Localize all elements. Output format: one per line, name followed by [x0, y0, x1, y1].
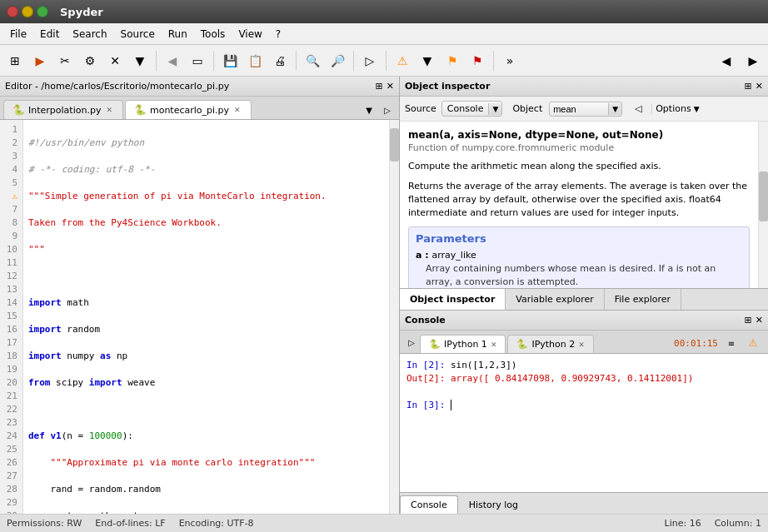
console-dropdown-label: Console [442, 102, 489, 116]
tab-montecarlo-close[interactable]: ✕ [232, 105, 242, 115]
fwd-icon[interactable]: ▶ [741, 49, 765, 72]
console-input-3 [451, 400, 457, 410]
settings-icon[interactable]: ⚙ [78, 49, 102, 72]
ipython2-close[interactable]: ✕ [578, 341, 585, 349]
console-content[interactable]: In [2]: sin([1,2,3]) Out[2]: array([ 0.8… [400, 354, 768, 492]
console-tab-ipython2[interactable]: 🐍 IPython 2 ✕ [507, 335, 593, 353]
close-console-icon[interactable]: ✕ [756, 315, 763, 326]
menu-search[interactable]: Search [66, 27, 113, 42]
console-dropdown[interactable]: Console ▼ [441, 101, 503, 117]
binoculars-icon[interactable]: 🔍 [301, 49, 324, 72]
console-tab-right: 00:01:15 ≡ ⚠ [674, 335, 765, 353]
menu-run[interactable]: Run [162, 27, 194, 42]
toolbar-sep-3 [296, 51, 297, 71]
play-icon[interactable]: ▷ [358, 49, 382, 72]
bottom-tab-console[interactable]: Console [400, 495, 458, 514]
cut-icon[interactable]: ✂ [53, 49, 77, 72]
error-flag2-icon[interactable]: ⚑ [466, 49, 489, 72]
close-button[interactable] [7, 6, 18, 17]
bottom-tab-history[interactable]: History log [458, 495, 529, 514]
console-panel: Console ⊞ ✕ ▷ 🐍 IPython 1 ✕ 🐍 IPython 2 … [400, 311, 768, 514]
console-tabs-bar: ▷ 🐍 IPython 1 ✕ 🐍 IPython 2 ✕ 00:01:15 ≡… [400, 331, 768, 354]
console-menu-icon[interactable]: ≡ [723, 335, 740, 351]
menu-source[interactable]: Source [114, 27, 162, 42]
save-icon[interactable]: 💾 [218, 49, 242, 72]
menu-tools[interactable]: Tools [194, 27, 232, 42]
insp-scrollbar[interactable] [758, 122, 768, 288]
tab-file-explorer[interactable]: File explorer [605, 289, 681, 310]
menu-help[interactable]: ? [269, 27, 287, 42]
tab-interpolation[interactable]: 🐍 Interpolation.py ✕ [3, 100, 123, 119]
maximize-button[interactable] [37, 6, 48, 17]
obj-signature: mean(a, axis=None, dtype=None, out=None) [408, 128, 750, 142]
run-icon[interactable]: ▶ [28, 49, 52, 72]
maximize-console-icon[interactable]: ⊞ [745, 315, 752, 326]
console-tab-ipython1[interactable]: 🐍 IPython 1 ✕ [420, 335, 506, 353]
status-line: Line: 16 [665, 518, 701, 529]
find-icon[interactable]: 🔎 [326, 49, 349, 72]
rect-icon[interactable]: ▭ [186, 49, 209, 72]
main-toolbar: ⊞ ▶ ✂ ⚙ ✕ ▼ ◀ ▭ 💾 📋 🖨 🔍 🔎 ▷ ⚠ ▼ ⚑ ⚑ » ◀ … [0, 45, 768, 77]
toolbar-sep-4 [353, 51, 354, 71]
object-search[interactable]: ▼ [549, 102, 622, 117]
ipython2-label: IPython 2 [531, 339, 575, 350]
tab-variable-explorer[interactable]: Variable explorer [506, 289, 604, 310]
more-icon[interactable]: » [498, 49, 521, 72]
ipython1-icon: 🐍 [429, 339, 441, 350]
console-warning-icon[interactable]: ⚠ [745, 335, 761, 351]
console-dropdown-arrow[interactable]: ▼ [488, 103, 501, 115]
tab-down-btn[interactable]: ▼ [361, 102, 377, 117]
back-icon[interactable]: ◀ [715, 49, 738, 72]
toolbar-sep-5 [386, 51, 386, 71]
tab-options-btn[interactable]: ▷ [379, 102, 396, 117]
tab-obj-insp-label: Object inspector [410, 294, 495, 305]
print-icon[interactable]: 🖨 [268, 49, 292, 72]
tab-object-inspector[interactable]: Object inspector [400, 289, 506, 310]
toolbar-sep-2 [213, 51, 214, 71]
statusbar: Permissions: RW End-of-lines: LF Encodin… [0, 514, 768, 532]
editor-header-left: Editor - /home/carlos/Escritorio/monteca… [5, 81, 229, 92]
right-panel: Object inspector ⊞ ✕ Source Console ▼ Ob… [400, 77, 768, 514]
console-prompt-3: In [3]: [406, 400, 445, 410]
code-content[interactable]: #!/usr/bin/env python # -*- coding: utf-… [23, 120, 389, 514]
maximize-editor-icon[interactable]: ⊞ [376, 81, 383, 92]
code-area: 12345 ⚠ 78910 1112131415 1617181920 2122… [0, 120, 399, 514]
options-label[interactable]: Options [656, 103, 691, 114]
tab-montecarlo[interactable]: 🐍 montecarlo_pi.py ✕ [125, 100, 252, 119]
menu-view[interactable]: View [232, 27, 268, 42]
menu-file[interactable]: File [3, 27, 33, 42]
dropdown-icon[interactable]: ▼ [128, 49, 152, 72]
object-search-input[interactable] [550, 102, 608, 116]
maximize-insp-icon[interactable]: ⊞ [745, 81, 752, 92]
status-eol: End-of-lines: LF [95, 518, 165, 529]
console-nav-icon[interactable]: ▷ [403, 333, 420, 351]
console-timer: 00:01:15 [674, 338, 718, 349]
console-prompt-1: In [2]: [406, 360, 445, 370]
minimize-button[interactable] [22, 6, 33, 17]
editor-scrollbar[interactable] [389, 120, 399, 514]
options-arrow[interactable]: ▼ [694, 105, 700, 113]
close-x-icon[interactable]: ✕ [103, 49, 127, 72]
menu-edit[interactable]: Edit [33, 27, 66, 42]
error-flag-icon[interactable]: ⚑ [441, 49, 464, 72]
object-search-arrow[interactable]: ▼ [608, 103, 621, 115]
inspector-tabs: Object inspector Variable explorer File … [400, 289, 768, 311]
grid-icon[interactable]: ⊞ [3, 49, 27, 72]
editor-header: Editor - /home/carlos/Escritorio/monteca… [0, 77, 399, 97]
close-insp-icon[interactable]: ✕ [756, 81, 763, 92]
close-editor-icon[interactable]: ✕ [386, 81, 394, 92]
save-as-icon[interactable]: 📋 [243, 49, 267, 72]
app-title: Spyder [60, 6, 103, 18]
status-encoding: Encoding: UTF-8 [179, 518, 254, 529]
menubar: File Edit Search Source Run Tools View ? [0, 23, 768, 45]
obj-desc1: Compute the arithmetic mean along the sp… [408, 160, 750, 173]
warning-icon[interactable]: ⚠ [391, 49, 414, 72]
ipython1-close[interactable]: ✕ [491, 341, 497, 349]
toolbar-sep-6 [493, 51, 494, 71]
ipython1-label: IPython 1 [444, 339, 487, 350]
py-file-icon: 🐍 [12, 104, 25, 116]
error-down-icon[interactable]: ▼ [416, 49, 439, 72]
insp-history-icon[interactable]: ◁ [629, 100, 647, 118]
titlebar-buttons[interactable] [7, 6, 48, 17]
tab-interpolation-close[interactable]: ✕ [104, 105, 114, 115]
